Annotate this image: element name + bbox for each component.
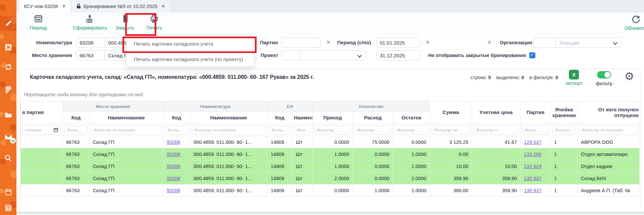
column-filter-input[interactable] — [194, 127, 263, 132]
column-header[interactable]: я партия — [21, 101, 63, 124]
column-group-header[interactable]: ЕИ — [267, 101, 313, 112]
menu-item-print-card[interactable]: Печать карточки складского учета — [126, 36, 254, 51]
project-code-input[interactable] — [281, 50, 301, 60]
storage-label: Место хранения — [25, 50, 72, 60]
column-filter-cell — [292, 124, 313, 136]
batch-link[interactable]: 128 037 — [524, 140, 541, 145]
mail-icon[interactable]: 31 — [0, 129, 16, 144]
column-filter-input[interactable] — [167, 127, 186, 132]
column-header[interactable]: Партия — [521, 101, 551, 124]
column-filter-cell — [551, 124, 578, 136]
column-filter-input[interactable] — [525, 127, 546, 132]
table-row[interactable]: 66763Склад ГП93208000.4859. 011.000- 60-… — [21, 148, 640, 160]
table-cell: Шт — [292, 184, 313, 197]
tab-ksu[interactable]: КСУ ном.93208 ✕ — [19, 0, 70, 12]
organization-code-input[interactable] — [533, 38, 556, 48]
project-select[interactable] — [300, 50, 366, 60]
clear-period-icon[interactable]: ✕ — [425, 38, 430, 48]
column-header[interactable]: Приход — [313, 112, 353, 124]
folder-icon[interactable] — [0, 108, 16, 122]
apps-grid-icon[interactable] — [0, 40, 16, 55]
search-icon[interactable] — [0, 151, 16, 165]
batch-input[interactable] — [281, 38, 321, 48]
close-card-button[interactable]: Закрыть — [108, 14, 142, 31]
organization-select[interactable] — [555, 38, 622, 48]
print-button[interactable]: Печать — [138, 14, 171, 31]
column-header[interactable]: Наименование — [190, 112, 267, 124]
printer-icon — [150, 14, 159, 23]
batch-link[interactable]: 132 624 — [524, 164, 541, 169]
table-cell: 10.00 — [430, 160, 472, 172]
nomenclature-link[interactable]: 93208 — [167, 140, 180, 145]
filter-area: Номенклатура Партия ✕ Период (с/по) ✕ ✕ … — [16, 37, 644, 69]
table-icon[interactable] — [0, 201, 16, 215]
column-filter-input[interactable] — [94, 127, 159, 132]
table-cell: Андреев А.П. (Таб. № — [578, 184, 640, 197]
sync-icon[interactable] — [0, 60, 16, 74]
toggle-on-icon[interactable] — [597, 71, 611, 78]
mail-badge: 31 — [10, 138, 16, 144]
column-filter-input[interactable] — [476, 127, 516, 132]
column-group-header[interactable]: Количество — [313, 101, 430, 112]
refresh-button[interactable]: Обновить — [619, 14, 644, 31]
table-cell: 0.0000 — [313, 136, 353, 148]
period-to-input[interactable] — [376, 50, 420, 60]
column-header[interactable]: Наимено — [292, 112, 313, 124]
hide-closed-checkbox[interactable] — [529, 52, 535, 58]
table-row[interactable]: 66763Склад ГП93208000.4859. 011.000- 60-… — [21, 184, 640, 197]
period-button[interactable]: Период — [21, 14, 55, 31]
column-filter-input[interactable] — [434, 127, 468, 132]
storage-code-input[interactable] — [76, 50, 105, 60]
nomenclature-link[interactable]: 93208 — [167, 176, 180, 181]
column-header[interactable]: Остаток — [393, 112, 430, 124]
table-cell: 1.0000 — [353, 184, 393, 197]
column-filter-input[interactable] — [582, 127, 635, 132]
table-cell: 359.90 — [472, 184, 521, 197]
column-filter-input[interactable] — [555, 127, 573, 132]
batch-link[interactable]: 130 937 — [524, 176, 541, 181]
nomenclature-link[interactable]: 93208 — [167, 164, 180, 169]
table-cell — [21, 184, 63, 197]
close-icon[interactable]: ✕ — [161, 4, 165, 9]
table-row[interactable]: 66763Склад ГП93208000.4859. 011.000- 60-… — [21, 136, 640, 148]
column-group-header[interactable]: Номенклатура — [163, 101, 267, 112]
column-filter-input[interactable] — [297, 127, 308, 132]
column-filter-input[interactable] — [25, 127, 52, 132]
column-header[interactable]: Наименование — [90, 112, 163, 124]
gear-icon[interactable]: ⚙ — [623, 70, 636, 83]
menu-item-print-card-project[interactable]: Печать карточки складского учета (по про… — [126, 51, 254, 66]
edit-icon[interactable] — [0, 16, 16, 31]
column-header[interactable]: От кого получен отпущено — [578, 101, 640, 124]
column-filter-input[interactable] — [397, 127, 426, 132]
print-queue-icon[interactable] — [0, 82, 16, 97]
column-filter-input[interactable] — [67, 127, 85, 132]
table-row[interactable]: 66763Склад ГП93208000.4859. 011.000- 60-… — [21, 160, 640, 172]
column-header[interactable]: Ячейка хранения — [551, 101, 578, 124]
filter-toggle[interactable]: фильтр — [591, 71, 618, 86]
column-group-header[interactable]: Место хранения — [63, 101, 163, 112]
column-header[interactable]: Расход — [353, 112, 393, 124]
column-header[interactable]: Код — [63, 112, 90, 124]
nomenclature-link[interactable]: 93208 — [167, 152, 180, 157]
column-header[interactable]: Сумма — [430, 101, 472, 124]
generate-button[interactable]: Сформировать — [73, 14, 106, 31]
column-filter-input[interactable] — [317, 127, 348, 132]
tab-booking[interactable]: Бронирование №5 от 10.02.2025 ✕ — [72, 0, 170, 12]
close-icon[interactable]: ✕ — [62, 4, 66, 9]
nomenclature-code-input[interactable] — [76, 38, 105, 48]
column-header[interactable]: Код — [163, 112, 190, 124]
batch-label: Партия — [260, 38, 279, 48]
nomenclature-link[interactable]: 93208 — [167, 188, 180, 193]
clear-batch-icon[interactable]: ✕ — [326, 38, 331, 48]
clear-org-icon[interactable]: ✕ — [487, 38, 492, 48]
batch-link[interactable]: 133 265 — [524, 152, 541, 157]
column-header[interactable]: Код — [267, 112, 292, 124]
period-from-input[interactable] — [376, 38, 420, 48]
batch-link[interactable]: 130 937 — [524, 188, 541, 193]
column-header[interactable]: Учетная цена — [472, 101, 521, 124]
export-button[interactable]: X экспорт — [562, 70, 586, 86]
column-filter-input[interactable] — [357, 127, 389, 132]
table-row[interactable]: 66763Склад ГП93208000.4859. 011.000- 60-… — [21, 172, 640, 184]
column-filter-input[interactable] — [271, 127, 288, 132]
calendar-icon[interactable] — [0, 185, 16, 200]
